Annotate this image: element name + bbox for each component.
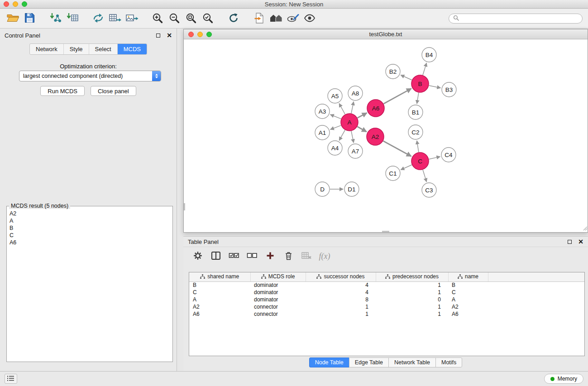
delete-table-button[interactable] bbox=[299, 250, 314, 263]
eye-button[interactable] bbox=[301, 11, 318, 26]
criterion-dropdown[interactable]: largest connected component (directed) bbox=[19, 71, 161, 81]
graph-edge-A6-B[interactable] bbox=[384, 89, 411, 104]
graph-edge-B-B3[interactable] bbox=[429, 86, 441, 88]
mcds-result-item[interactable]: B bbox=[10, 224, 170, 232]
deselect-all-columns-button[interactable] bbox=[245, 250, 259, 263]
tab-network-table[interactable]: Network Table bbox=[388, 357, 436, 367]
vertical-scrollbar-thumb[interactable] bbox=[184, 203, 185, 210]
mcds-result-item[interactable]: A6 bbox=[10, 239, 170, 246]
open-session-button[interactable] bbox=[5, 11, 21, 26]
tab-mcds[interactable]: MCDS bbox=[118, 44, 147, 54]
home-button[interactable] bbox=[268, 11, 284, 26]
graph-node-A1[interactable]: A1 bbox=[315, 125, 330, 140]
graph-node-A2[interactable]: A2 bbox=[367, 128, 384, 145]
float-panel-icon[interactable] bbox=[156, 33, 160, 38]
column-header-successor-nodes[interactable]: successor nodes bbox=[306, 272, 376, 281]
graph-edge-A-A6[interactable] bbox=[358, 113, 367, 118]
run-mcds-button[interactable]: Run MCDS bbox=[40, 86, 85, 96]
save-session-button[interactable] bbox=[21, 11, 38, 26]
zoom-network-window-button[interactable] bbox=[206, 32, 212, 37]
memory-button[interactable]: Memory bbox=[544, 374, 583, 384]
column-header-shared-name[interactable]: shared name bbox=[189, 272, 250, 281]
graph-edge-A-A8[interactable] bbox=[351, 102, 354, 114]
graph-node-C3[interactable]: C3 bbox=[422, 183, 436, 197]
graph-node-A8[interactable]: A8 bbox=[348, 86, 363, 100]
graph-edge-C-C4[interactable] bbox=[429, 157, 440, 159]
export-document-button[interactable] bbox=[251, 11, 268, 26]
search-input[interactable] bbox=[461, 15, 578, 22]
minimize-network-window-button[interactable] bbox=[197, 32, 203, 37]
tab-node-table[interactable]: Node Table bbox=[309, 357, 349, 367]
graph-edge-C-C1[interactable] bbox=[401, 165, 411, 170]
column-header-predecessor-nodes[interactable]: predecessor nodes bbox=[376, 272, 448, 281]
minimize-window-button[interactable] bbox=[13, 1, 18, 7]
tab-network[interactable]: Network bbox=[30, 44, 64, 54]
close-window-button[interactable] bbox=[4, 1, 9, 7]
show-panels-button[interactable] bbox=[5, 374, 17, 384]
graph-edge-C-C2[interactable] bbox=[417, 141, 419, 152]
graph-node-A5[interactable]: A5 bbox=[328, 89, 342, 103]
network-canvas[interactable]: B4B2BB3A8A5A6B1A3AA1C2A2A4A7C4CC1C3DD1 bbox=[184, 39, 588, 232]
table-row[interactable]: Bdominator41B bbox=[189, 281, 584, 289]
graph-edge-B-B2[interactable] bbox=[401, 75, 411, 80]
graph-node-B4[interactable]: B4 bbox=[422, 48, 436, 62]
column-header-name[interactable]: name bbox=[448, 272, 488, 281]
search-field[interactable] bbox=[449, 14, 583, 24]
float-table-panel-icon[interactable] bbox=[568, 240, 572, 244]
refresh-button[interactable] bbox=[225, 11, 242, 26]
zoom-in-button[interactable] bbox=[149, 11, 166, 26]
graph-node-B3[interactable]: B3 bbox=[442, 82, 456, 97]
graph-edge-A-A1[interactable] bbox=[330, 125, 341, 129]
graph-edge-A-A7[interactable] bbox=[351, 131, 354, 143]
zoom-out-button[interactable] bbox=[166, 11, 182, 26]
table-settings-button[interactable] bbox=[191, 250, 205, 263]
graph-node-A7[interactable]: A7 bbox=[348, 144, 363, 158]
graph-node-B2[interactable]: B2 bbox=[386, 64, 400, 79]
horizontal-scrollbar-thumb[interactable] bbox=[382, 231, 389, 232]
create-column-button[interactable] bbox=[263, 250, 277, 263]
tab-edge-table[interactable]: Edge Table bbox=[349, 357, 389, 367]
graph-edge-B-B1[interactable] bbox=[417, 93, 419, 104]
mcds-result-item[interactable]: A bbox=[10, 217, 170, 224]
table-row[interactable]: Adominator80A bbox=[189, 296, 584, 303]
zoom-fit-button[interactable] bbox=[182, 11, 199, 26]
graph-node-C1[interactable]: C1 bbox=[386, 166, 400, 181]
mcds-result-item[interactable]: A2 bbox=[10, 210, 170, 217]
network-window-titlebar[interactable]: testGlobe.txt bbox=[184, 29, 588, 39]
graph-edge-C-C3[interactable] bbox=[423, 170, 426, 182]
resize-grip[interactable] bbox=[582, 225, 588, 232]
graph-node-C4[interactable]: C4 bbox=[441, 148, 456, 162]
select-all-columns-button[interactable] bbox=[227, 250, 241, 263]
column-header-mcds-role[interactable]: MCDS role bbox=[250, 272, 306, 281]
export-image-button[interactable] bbox=[123, 11, 140, 26]
new-network-button[interactable] bbox=[90, 11, 106, 26]
graph-node-B1[interactable]: B1 bbox=[408, 105, 423, 119]
graph-edge-A-A2[interactable] bbox=[357, 127, 366, 132]
new-table-button[interactable] bbox=[106, 11, 123, 26]
style-pen-button[interactable] bbox=[284, 11, 301, 26]
graph-edge-A-A4[interactable] bbox=[339, 130, 345, 140]
delete-column-button[interactable] bbox=[281, 250, 296, 263]
close-panel-icon[interactable]: ✕ bbox=[167, 32, 172, 38]
graph-node-B[interactable]: B bbox=[411, 75, 429, 92]
zoom-window-button[interactable] bbox=[22, 1, 27, 7]
graph-node-A3[interactable]: A3 bbox=[315, 104, 330, 119]
graph-edge-A2-C[interactable] bbox=[383, 141, 411, 157]
graph-node-D[interactable]: D bbox=[315, 182, 330, 196]
network-graph[interactable]: B4B2BB3A8A5A6B1A3AA1C2A2A4A7C4CC1C3DD1 bbox=[184, 39, 588, 232]
tab-style[interactable]: Style bbox=[64, 44, 89, 54]
close-panel-button[interactable]: Close panel bbox=[91, 86, 136, 96]
close-table-panel-icon[interactable]: ✕ bbox=[578, 238, 583, 245]
show-columns-button[interactable] bbox=[209, 250, 223, 263]
tab-select[interactable]: Select bbox=[89, 44, 118, 54]
graph-node-A[interactable]: A bbox=[341, 114, 358, 131]
close-network-window-button[interactable] bbox=[188, 32, 194, 37]
table-row[interactable]: A2connector11A2 bbox=[189, 303, 584, 310]
graph-node-A4[interactable]: A4 bbox=[328, 141, 342, 155]
import-network-button[interactable] bbox=[47, 11, 64, 26]
graph-node-A6[interactable]: A6 bbox=[367, 100, 384, 117]
mcds-result-item[interactable]: C bbox=[10, 232, 170, 239]
tab-motifs[interactable]: Motifs bbox=[435, 357, 462, 367]
table-row[interactable]: A6connector11A6 bbox=[189, 310, 584, 318]
graph-edge-B-B4[interactable] bbox=[423, 63, 426, 75]
